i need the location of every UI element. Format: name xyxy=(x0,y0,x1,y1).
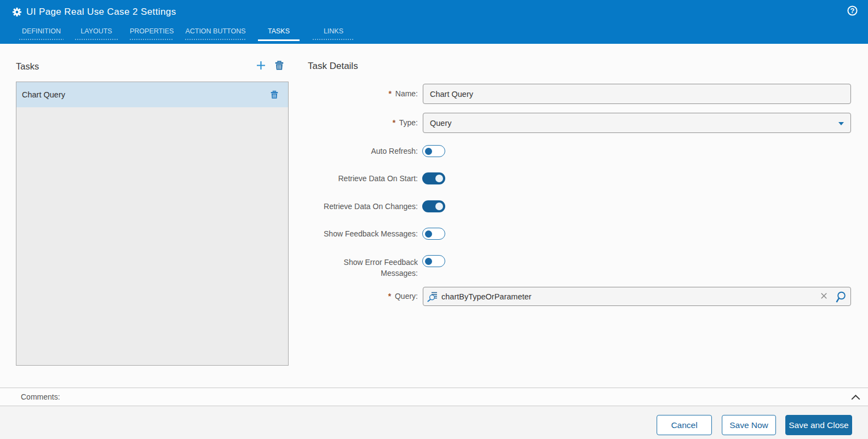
svg-text:?: ? xyxy=(850,7,855,15)
